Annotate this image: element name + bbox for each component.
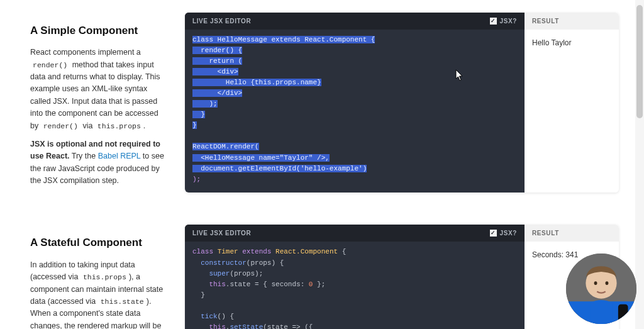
inline-code: this.props: [80, 272, 129, 282]
checkbox-icon: ✓: [490, 18, 497, 25]
code-editor[interactable]: class Timer extends React.Component { co…: [185, 242, 525, 329]
avatar: [566, 254, 636, 324]
inline-code: render(): [41, 121, 80, 131]
description-paragraph: React components implement a render() me…: [30, 47, 165, 132]
playground: LIVE JSX EDITOR ✓ JSX? class HelloMessag…: [185, 13, 619, 192]
result-column: RESULT Hello Taylor: [525, 13, 619, 192]
result-output: Hello Taylor: [525, 30, 619, 56]
inline-code: this.state: [98, 297, 147, 306]
example-simple-component: A Simple Component React components impl…: [30, 13, 619, 193]
description-column: A Stateful Component In addition to taki…: [30, 225, 165, 329]
code-editor[interactable]: class HelloMessage extends React.Compone…: [185, 30, 525, 192]
description-paragraph: JSX is optional and not required to use …: [30, 138, 165, 187]
editor-header: LIVE JSX EDITOR ✓ JSX?: [185, 225, 525, 242]
playground: LIVE JSX EDITOR ✓ JSX? class Timer exten…: [185, 225, 619, 329]
inline-code: this.props: [95, 121, 143, 131]
jsx-toggle[interactable]: ✓ JSX?: [490, 18, 517, 25]
checkbox-icon: ✓: [490, 230, 497, 237]
result-label: RESULT: [525, 13, 619, 30]
example-title: A Stateful Component: [30, 235, 165, 251]
editor-column: LIVE JSX EDITOR ✓ JSX? class Timer exten…: [185, 225, 525, 329]
editor-label: LIVE JSX EDITOR: [192, 230, 251, 237]
babel-repl-link[interactable]: Babel REPL: [98, 152, 141, 160]
page-content: A Simple Component React components impl…: [0, 0, 644, 329]
example-stateful-component: A Stateful Component In addition to taki…: [30, 225, 619, 329]
editor-label: LIVE JSX EDITOR: [192, 18, 251, 25]
result-label: RESULT: [525, 225, 619, 242]
jsx-toggle[interactable]: ✓ JSX?: [490, 230, 517, 237]
scrollbar-track[interactable]: [635, 0, 644, 329]
example-title: A Simple Component: [30, 23, 165, 39]
svg-point-3: [594, 281, 597, 285]
description-paragraph: In addition to taking input data (access…: [30, 259, 165, 329]
editor-header: LIVE JSX EDITOR ✓ JSX?: [185, 13, 525, 30]
inline-code: render(): [30, 60, 70, 70]
editor-column: LIVE JSX EDITOR ✓ JSX? class HelloMessag…: [185, 13, 525, 192]
description-column: A Simple Component React components impl…: [30, 13, 165, 193]
svg-point-4: [605, 281, 608, 285]
scrollbar-thumb[interactable]: [636, 5, 643, 118]
